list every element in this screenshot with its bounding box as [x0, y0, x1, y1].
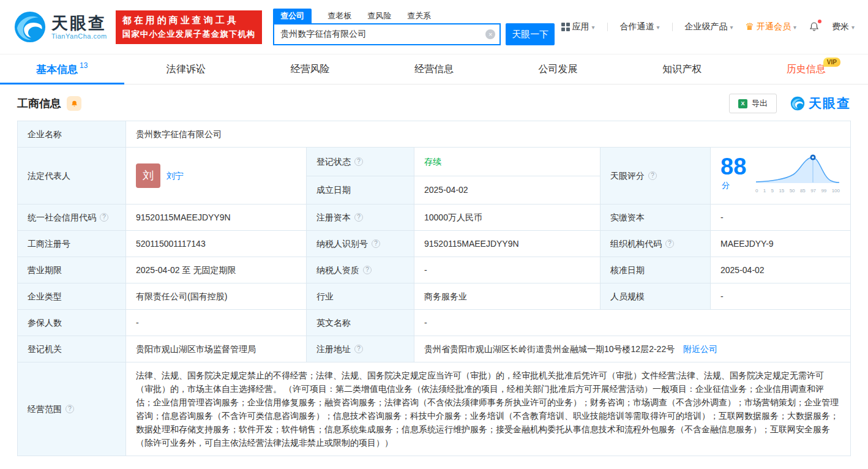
field-label-org-code: 组织机构代码?: [600, 231, 711, 257]
nearby-companies-link[interactable]: 附近公司: [683, 344, 717, 354]
help-icon[interactable]: ?: [354, 345, 363, 353]
nav-user[interactable]: 费米 ▾: [832, 21, 855, 32]
value-text: 520115001117143: [136, 239, 206, 249]
field-value-paid-capital: -: [711, 204, 851, 231]
legal-rep-avatar[interactable]: 刘: [136, 163, 160, 188]
subscribe-bell-icon[interactable]: [67, 96, 81, 111]
field-label-credit-code: 统一社会信用代码?: [18, 204, 126, 231]
tab-count-badge: 13: [80, 61, 88, 70]
nav-divider: [672, 23, 673, 31]
help-icon[interactable]: ?: [665, 239, 674, 248]
field-value-establish-date: 2025-04-02: [414, 176, 600, 204]
help-icon[interactable]: ?: [648, 171, 657, 180]
legal-rep-link[interactable]: 刘宁: [166, 169, 184, 182]
value-text: 商务服务业: [424, 291, 467, 301]
chevron-down-icon: ▾: [730, 24, 733, 31]
value-text: 91520115MAEEJDYY9N: [136, 212, 231, 222]
search-tabs: 查公司 查老板 查风险 查关系: [273, 9, 555, 23]
field-value-reg-address: 贵州省贵阳市观山湖区长岭街道贵州金融城一期10号楼12层2-22号 附近公司: [414, 336, 851, 362]
label-text: 营业期限: [28, 265, 62, 275]
tab-basic-info[interactable]: 基本信息13: [0, 54, 124, 84]
value-text: 2025-04-02: [720, 265, 765, 275]
search-button[interactable]: 天眼一下: [506, 23, 555, 45]
search-tab-risk[interactable]: 查风险: [367, 9, 391, 23]
help-icon[interactable]: ?: [363, 266, 372, 274]
search-tab-boss[interactable]: 查老板: [327, 9, 351, 23]
tab-intellectual-property[interactable]: 知识产权: [620, 54, 744, 84]
field-value-org-code: MAEEJDYY-9: [711, 231, 851, 257]
search-box: ×: [273, 23, 501, 45]
field-label-business-scope: 经营范围?: [18, 362, 126, 456]
clear-x: ×: [488, 31, 492, 38]
nav-enterprise[interactable]: 企业级产品 ▾: [685, 21, 733, 32]
tab-history-info[interactable]: 历史信息 VIP: [744, 54, 868, 84]
field-value-score: 88分 0151550859799100: [711, 148, 851, 204]
field-label-score: 天眼评分?: [600, 148, 711, 204]
section-actions: X 导出 天眼查: [729, 94, 851, 113]
logo-title: 天眼查: [51, 14, 107, 32]
value-text: MAEEJDYY-9: [720, 239, 774, 249]
tab-legal-proceedings[interactable]: 法律诉讼: [124, 54, 249, 84]
tab-operating-info[interactable]: 经营信息: [372, 54, 496, 84]
export-button[interactable]: X 导出: [729, 94, 777, 113]
search-input[interactable]: [273, 23, 501, 45]
tab-company-development[interactable]: 公司发展: [496, 54, 620, 84]
label-text: 英文名称: [316, 318, 351, 328]
help-icon[interactable]: ?: [100, 213, 108, 222]
row-credit-code: 统一社会信用代码? 91520115MAEEJDYY9N 注册资本? 10000…: [18, 204, 851, 231]
label-text: 法定代表人: [28, 171, 70, 181]
search-tab-relation[interactable]: 查关系: [407, 9, 431, 23]
nav-vip-membership[interactable]: ♛ 开通会员 ▾: [746, 21, 796, 32]
help-icon[interactable]: ?: [354, 213, 363, 222]
label-text: 纳税人资质: [316, 263, 359, 277]
business-info-table: 企业名称 贵州数字征信有限公司 法定代表人 刘 刘宁 登记状态? 存续 天眼评分…: [17, 121, 851, 456]
label-text: 注册资本: [316, 211, 351, 224]
field-label-staff-size: 人员规模: [600, 283, 711, 310]
address-text: 贵州省贵阳市观山湖区长岭街道贵州金融城一期10号楼12层2-22号: [424, 344, 675, 354]
field-label-establish-date: 成立日期: [307, 176, 414, 204]
logo-subtitle: TianYanCha.com: [51, 32, 107, 40]
field-label-company-type: 企业类型: [18, 283, 126, 310]
nav-partner-label: 合作通道: [620, 21, 654, 32]
top-nav: 应用 ▾ 合作通道 ▾ 企业级产品 ▾ ♛ 开通会员 ▾: [561, 21, 855, 32]
tab-label: 知识产权: [662, 63, 702, 76]
tab-operating-risk[interactable]: 经营风险: [248, 54, 372, 84]
label-text: 行业: [316, 291, 334, 301]
label-text: 参保人数: [28, 318, 62, 328]
value-text: 法律、法规、国务院决定规定禁止的不得经营；法律、法规、国务院决定规定应当许可（审…: [136, 370, 839, 448]
tianyancha-company-page: 天眼查 TianYanCha.com 都在用的商业查询工具 国家中小企业发展子基…: [0, 0, 868, 469]
notification-bell-icon[interactable]: [809, 21, 820, 32]
chevron-down-icon: ▾: [657, 24, 660, 31]
watermark-text: 天眼查: [809, 95, 851, 112]
label-text: 经营范围: [28, 402, 62, 416]
notification-dot: [818, 20, 821, 23]
value-text: 2025-04-02: [424, 185, 468, 195]
field-value-legal-rep: 刘 刘宁: [126, 148, 307, 204]
label-text: 天眼评分: [610, 169, 645, 182]
value-text: -: [720, 212, 724, 222]
label-text: 实缴资本: [610, 212, 645, 222]
logo-text: 天眼查 TianYanCha.com: [51, 14, 107, 40]
help-icon[interactable]: ?: [372, 239, 380, 248]
search-tab-company[interactable]: 查公司: [273, 9, 312, 23]
label-text: 核准日期: [610, 265, 645, 275]
nav-apps[interactable]: 应用 ▾: [561, 21, 595, 32]
nav-partner[interactable]: 合作通道 ▾: [620, 21, 660, 32]
search-row: × 天眼一下: [273, 23, 555, 45]
field-value-business-scope: 法律、法规、国务院决定规定禁止的不得经营；法律、法规、国务院决定规定应当许可（审…: [126, 362, 851, 456]
nav-divider: [607, 23, 608, 31]
value-text: -: [136, 318, 139, 328]
nav-apps-label: 应用: [572, 21, 589, 32]
tianyancha-logo[interactable]: 天眼查 TianYanCha.com: [13, 10, 107, 43]
help-icon[interactable]: ?: [354, 157, 363, 166]
value-text: 有限责任公司(国有控股): [136, 291, 227, 301]
value-text: -: [720, 291, 724, 301]
help-icon[interactable]: ?: [65, 405, 74, 413]
clear-search-icon[interactable]: ×: [485, 29, 495, 39]
row-business-scope: 经营范围? 法律、法规、国务院决定规定禁止的不得经营；法律、法规、国务院决定规定…: [18, 362, 851, 456]
export-label: 导出: [752, 98, 768, 109]
label-text: 统一社会信用代码: [28, 211, 96, 224]
label-text: 纳税人识别号: [316, 237, 368, 250]
row-legal-rep-status: 法定代表人 刘 刘宁 登记状态? 存续 天眼评分?: [18, 148, 851, 176]
label-text: 组织机构代码: [610, 237, 662, 250]
